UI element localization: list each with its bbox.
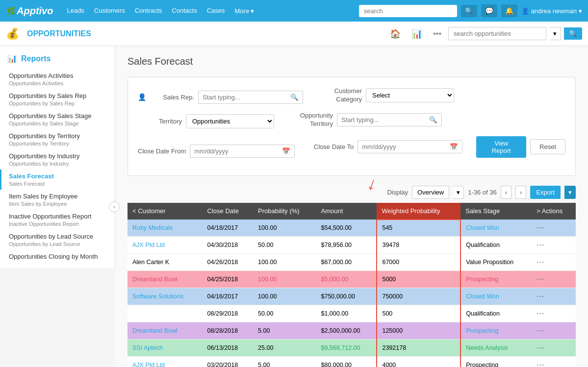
- cell-customer[interactable]: Ruby Medicals: [128, 220, 203, 237]
- reset-button[interactable]: Reset: [530, 139, 565, 154]
- close-date-from-calendar-button[interactable]: 📅: [278, 145, 295, 158]
- nav-search-button[interactable]: 🔍: [461, 5, 477, 17]
- row-action-dots[interactable]: ···: [537, 292, 544, 300]
- row-action-dots[interactable]: ···: [537, 258, 544, 266]
- opp-territory-input[interactable]: [337, 113, 425, 126]
- sub-nav-search-dropdown[interactable]: ▾: [549, 27, 561, 40]
- nav-customers[interactable]: Customers: [89, 0, 130, 22]
- sidebar-item-by-industry[interactable]: Opportunities by Industry Opportunities …: [0, 149, 115, 170]
- row-action-dots[interactable]: ···: [537, 343, 544, 352]
- bell-icon-button[interactable]: 🔔: [501, 4, 517, 17]
- nav-cases[interactable]: Cases: [202, 0, 230, 22]
- row-action-dots[interactable]: ···: [537, 361, 544, 367]
- pagination-next-button[interactable]: ›: [515, 186, 526, 199]
- cell-probability: 100.00: [253, 270, 316, 288]
- cell-probability: 5.00: [253, 356, 316, 367]
- table-row: 08/29/201850.00$1,000.00500Qualification…: [128, 305, 576, 322]
- sidebar-item-opportunities-activities[interactable]: Opportunities Activities Opportunities A…: [0, 69, 115, 89]
- cell-customer[interactable]: Dreamland Bowl: [128, 322, 203, 339]
- cell-actions[interactable]: ···: [532, 288, 576, 305]
- cell-actions[interactable]: ···: [532, 236, 576, 253]
- cell-sales-stage[interactable]: Needs Analysis: [460, 339, 532, 356]
- customer-category-select[interactable]: Select: [366, 88, 454, 102]
- row-action-dots[interactable]: ···: [537, 275, 544, 283]
- view-report-button[interactable]: View Report: [476, 136, 526, 158]
- export-button[interactable]: Export: [530, 186, 561, 199]
- cell-customer[interactable]: SSI Aptech: [128, 339, 203, 356]
- user-menu[interactable]: 👤 andrea newman ▾: [521, 7, 582, 15]
- cell-sales-stage[interactable]: Prospecting: [460, 270, 532, 288]
- row-action-dots[interactable]: ···: [537, 223, 544, 232]
- cell-actions[interactable]: ···: [532, 356, 576, 367]
- pagination-prev-button[interactable]: ‹: [501, 186, 511, 199]
- export-dropdown-button[interactable]: ▾: [564, 186, 576, 199]
- col-close-date: Close Date: [203, 203, 254, 220]
- sidebar-item-sales-forecast[interactable]: Sales Forecast Sales Forecast: [0, 170, 115, 190]
- filter-row-1: 👤 Sales Rep. 🔍 CustomerCategory Select: [138, 87, 565, 104]
- display-option-select[interactable]: Overview: [412, 186, 449, 199]
- cell-customer[interactable]: AJX Ptd Ltd: [128, 236, 203, 253]
- cell-actions[interactable]: ···: [532, 322, 576, 339]
- cell-customer: [128, 305, 203, 322]
- sidebar-item-by-territory[interactable]: Opportunities by Territory Opportunities…: [0, 129, 115, 149]
- app-logo[interactable]: 🌿 Apptivo: [6, 5, 53, 17]
- main-content: Sales Forecast 👤 Sales Rep. 🔍 CustomerCa…: [115, 46, 588, 367]
- close-date-from-label: Close Date From: [138, 147, 186, 155]
- cell-amount: $2,500,000.00: [316, 322, 377, 339]
- sidebar-item-by-lead-source[interactable]: Opportunities by Lead Source Opportuniti…: [0, 230, 115, 250]
- cell-customer[interactable]: Software Solutions: [128, 288, 203, 305]
- sidebar-item-by-sales-rep[interactable]: Opportunities by Sales Rep Opportunities…: [0, 89, 115, 109]
- cell-actions[interactable]: ···: [532, 220, 576, 237]
- sidebar-item-by-sales-stage[interactable]: Opportunities by Sales Stage Opportuniti…: [0, 109, 115, 129]
- row-action-dots[interactable]: ···: [537, 241, 544, 249]
- chat-icon-button[interactable]: 💬: [481, 4, 497, 17]
- territory-select[interactable]: Opportunities: [186, 114, 274, 128]
- cell-close-date: 08/29/2018: [203, 305, 254, 322]
- nav-contacts[interactable]: Contacts: [167, 0, 202, 22]
- sidebar-item-inactive-opportunities[interactable]: Inactive Opportunities Report Inactive O…: [0, 210, 115, 230]
- reports-chart-icon: 📊: [7, 54, 17, 63]
- sidebar-item-closing-by-month[interactable]: Opportunities Closing by Month: [0, 250, 115, 263]
- cell-sales-stage[interactable]: Closed Won: [460, 220, 532, 237]
- sidebar-item-sub: Opportunities Activities: [9, 80, 107, 86]
- close-date-to-calendar-button[interactable]: 📅: [446, 140, 462, 153]
- cell-actions[interactable]: ···: [532, 305, 576, 322]
- cell-close-date: 08/28/2018: [203, 322, 254, 339]
- sidebar-item-item-sales-employee[interactable]: Item Sales by Employee Item Sales by Emp…: [0, 190, 115, 210]
- cell-weighted-probability: 545: [377, 220, 460, 237]
- sales-rep-input-group: 🔍: [198, 91, 303, 104]
- sales-rep-search-button[interactable]: 🔍: [286, 91, 303, 104]
- more-options-icon[interactable]: •••: [429, 27, 445, 40]
- nav-contracts[interactable]: Contracts: [130, 0, 167, 22]
- cell-customer[interactable]: AJX Ptd Ltd: [128, 356, 203, 367]
- cell-amount: $80,000.00: [316, 356, 377, 367]
- sub-nav-search-input[interactable]: [448, 27, 546, 40]
- nav-search-input[interactable]: [359, 5, 457, 17]
- cell-customer[interactable]: Dreamland Bowl: [128, 270, 203, 288]
- opportunities-icon: 💰: [6, 27, 19, 40]
- cell-amount: $67,000.00: [316, 253, 377, 270]
- sales-rep-input[interactable]: [198, 91, 286, 104]
- close-date-from-input[interactable]: [190, 145, 278, 158]
- cell-actions[interactable]: ···: [532, 253, 576, 270]
- customer-category-group: CustomerCategory Select: [318, 87, 454, 104]
- cell-actions[interactable]: ···: [532, 339, 576, 356]
- cell-actions[interactable]: ···: [532, 270, 576, 288]
- territory-label: Territory: [138, 118, 182, 125]
- nav-leads[interactable]: Leads: [62, 0, 89, 22]
- chart-icon[interactable]: 📊: [408, 26, 426, 41]
- display-option-caret[interactable]: ▾: [453, 186, 464, 199]
- nav-more[interactable]: More ▾: [230, 7, 259, 15]
- sales-rep-icon: 👤: [138, 93, 146, 101]
- sub-nav-search-button[interactable]: 🔍: [564, 27, 582, 40]
- row-action-dots[interactable]: ···: [537, 326, 544, 335]
- sidebar-collapse-button[interactable]: ‹: [109, 201, 120, 212]
- home-icon[interactable]: 🏠: [386, 26, 405, 41]
- close-date-to-input[interactable]: [358, 140, 446, 153]
- cell-sales-stage[interactable]: Closed Won: [460, 288, 532, 305]
- cell-weighted-probability: 750000: [377, 288, 460, 305]
- opp-territory-search-button[interactable]: 🔍: [425, 113, 442, 126]
- sidebar-item-sub: Opportunities by Lead Source: [9, 241, 107, 247]
- row-action-dots[interactable]: ···: [537, 309, 544, 318]
- cell-sales-stage[interactable]: Prospecting: [460, 322, 532, 339]
